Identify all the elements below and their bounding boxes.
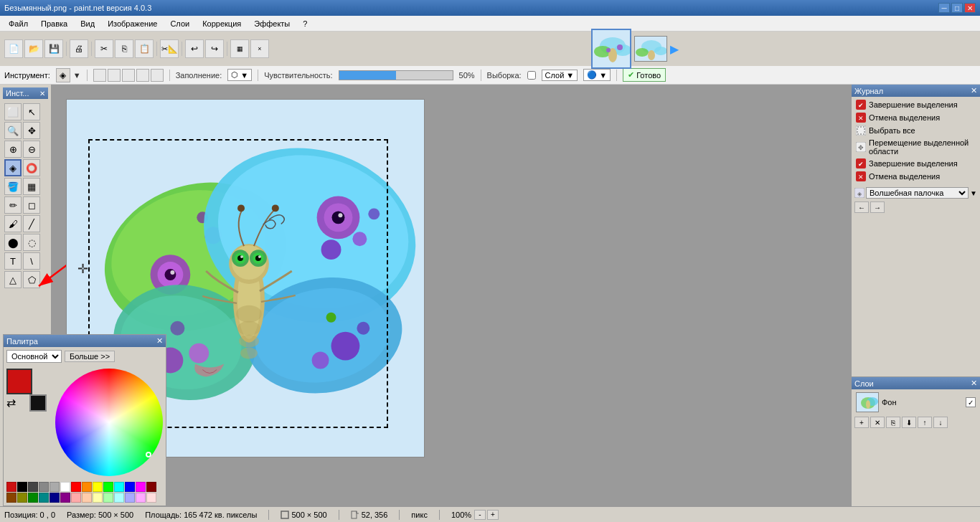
layer-dropdown[interactable]: Слой▼ (542, 70, 578, 81)
swatch-light-green[interactable] (103, 493, 113, 503)
swatch-dark-gray[interactable] (28, 482, 38, 492)
swatch-red[interactable] (6, 482, 17, 492)
mode-btn-4[interactable] (136, 69, 149, 82)
journal-item-5[interactable]: ✕ Отмена выделения (853, 170, 979, 183)
main-thumbnail[interactable] (591, 29, 631, 69)
mode-btn-3[interactable] (122, 69, 135, 82)
mode-btn-2[interactable] (108, 69, 121, 82)
swatch-light-yellow[interactable] (93, 493, 103, 503)
fill-dropdown[interactable]: ⬡▼ (227, 69, 252, 81)
swatch-teal[interactable] (39, 493, 49, 503)
new-button[interactable]: 📄 (4, 39, 23, 58)
tool-stamp[interactable]: ⬤ (4, 234, 22, 251)
swatch-cyan[interactable] (114, 482, 124, 492)
selection-checkbox[interactable] (527, 71, 536, 80)
tool-select-rect[interactable]: ⬜ (4, 103, 22, 120)
swatch-orange[interactable] (82, 482, 92, 492)
deselect-button[interactable]: × (250, 39, 269, 58)
layer-duplicate-button[interactable]: ⎘ (886, 417, 900, 428)
save-button[interactable]: 💾 (44, 39, 63, 58)
tools-panel-close[interactable]: ✕ (39, 90, 45, 98)
tool-magic-wand[interactable]: ◈ (4, 159, 22, 176)
swatch-yellow[interactable] (93, 482, 103, 492)
tool-gradient[interactable]: ▦ (23, 178, 40, 195)
swatch-dark-blue[interactable] (50, 493, 60, 503)
palette-mode-select[interactable]: Основной (6, 350, 62, 363)
swatch-white[interactable] (60, 482, 70, 492)
canvas-area[interactable]: ✛ (52, 85, 851, 506)
redo-button[interactable]: ↪ (205, 39, 224, 58)
tool-eraser[interactable]: ◻ (23, 196, 40, 214)
tool-line[interactable]: ╱ (23, 215, 40, 232)
close-button[interactable]: ✕ (964, 3, 976, 13)
journal-item-2[interactable]: Выбрать все (853, 124, 979, 137)
menu-file[interactable]: Файл (3, 18, 34, 29)
swatch-light-gray[interactable] (50, 482, 60, 492)
done-button[interactable]: ✔ Готово (623, 68, 666, 82)
cut-button[interactable]: ✂ (95, 39, 113, 58)
tool-paint-bucket[interactable]: 🪣 (4, 178, 22, 195)
menu-correction[interactable]: Коррекция (197, 18, 247, 29)
zoom-out-button[interactable]: - (474, 510, 486, 520)
swatch-green[interactable] (103, 482, 113, 492)
swatch-purple[interactable] (60, 493, 70, 503)
layer-down-button[interactable]: ↓ (933, 417, 948, 428)
menu-effects[interactable]: Эффекты (248, 18, 296, 29)
tool-brush[interactable]: 🖌 (4, 215, 22, 232)
tool-arrow[interactable]: ↖ (23, 103, 40, 120)
mode-btn-1[interactable] (93, 69, 106, 82)
swatch-black[interactable] (17, 482, 27, 492)
layer-add-button[interactable]: + (854, 417, 869, 428)
swatch-pale-red[interactable] (146, 493, 156, 503)
journal-tool-dropdown[interactable]: ◈ Волшебная палочка ▼ (852, 186, 980, 200)
layer-merge-button[interactable]: ⬇ (902, 417, 916, 428)
tool-pencil[interactable]: ✏ (4, 196, 22, 214)
maximize-button[interactable]: □ (951, 3, 963, 13)
undo-button[interactable]: ↩ (185, 39, 204, 58)
journal-close[interactable]: ✕ (971, 86, 977, 95)
layer-visibility-0[interactable]: ✓ (966, 397, 976, 407)
journal-item-0[interactable]: ✔ Завершение выделения (853, 98, 979, 111)
swatch-light-blue[interactable] (125, 493, 135, 503)
journal-item-3[interactable]: ✥ Перемещение выделенной области (853, 137, 979, 157)
swatch-peach[interactable] (82, 493, 92, 503)
tool-zoom-in[interactable]: 🔍 (4, 122, 22, 139)
paste-button[interactable]: 📋 (135, 39, 154, 58)
swatch-magenta[interactable] (136, 482, 146, 492)
palette-more-button[interactable]: Больше >> (65, 351, 115, 362)
tool-text[interactable]: T (4, 252, 22, 270)
zoom-in-button[interactable]: + (487, 510, 499, 520)
shape-dropdown[interactable]: 🔵▼ (583, 69, 611, 81)
secondary-thumbnail[interactable] (634, 36, 667, 62)
mode-btn-5[interactable] (151, 69, 164, 82)
journal-undo-button[interactable]: ← (854, 201, 869, 213)
scroll-right-thumb[interactable]: ▶ (670, 42, 679, 56)
menu-view[interactable]: Вид (75, 18, 100, 29)
tool-shapes[interactable]: △ (4, 271, 22, 288)
crop-button[interactable]: ✂📐 (160, 39, 179, 58)
menu-edit[interactable]: Правка (35, 18, 73, 29)
layer-item-0[interactable]: Фон ✓ (853, 391, 979, 414)
copy-button[interactable]: ⎘ (115, 39, 133, 58)
layer-delete-button[interactable]: ✕ (870, 417, 885, 428)
swatch-brown[interactable] (6, 493, 17, 503)
tool-magnify[interactable]: ⊕ (4, 141, 22, 158)
journal-dropdown-arrow[interactable]: ▼ (970, 189, 977, 197)
layers-close[interactable]: ✕ (971, 379, 977, 388)
journal-item-1[interactable]: ✕ Отмена выделения (853, 111, 979, 124)
menu-image[interactable]: Изображение (102, 18, 163, 29)
swatch-light-red[interactable] (71, 493, 81, 503)
swap-colors-icon[interactable]: ⇄ (6, 396, 16, 409)
swatch-light-magenta[interactable] (136, 493, 146, 503)
journal-item-4[interactable]: ✔ Завершение выделения (853, 157, 979, 170)
primary-color-box[interactable] (6, 369, 32, 394)
layer-up-button[interactable]: ↑ (918, 417, 932, 428)
swatch-dark-red[interactable] (146, 482, 156, 492)
minimize-button[interactable]: ─ (938, 3, 950, 13)
swatch-bright-red[interactable] (71, 482, 81, 492)
swatch-blue[interactable] (125, 482, 135, 492)
open-button[interactable]: 📂 (24, 39, 43, 58)
tool-move[interactable]: ✥ (23, 122, 40, 139)
menu-help[interactable]: ? (297, 18, 313, 29)
swatch-dark-green[interactable] (28, 493, 38, 503)
